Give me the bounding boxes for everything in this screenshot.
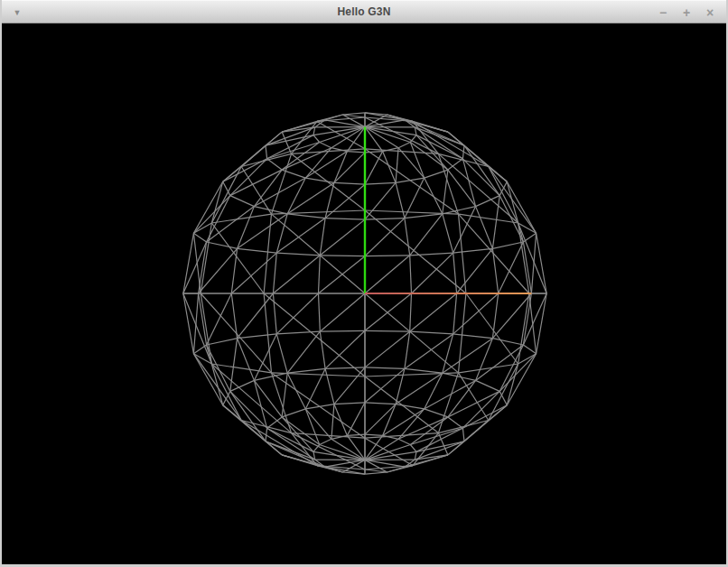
wireframe-edge [412, 253, 453, 293]
wireframe-edge [276, 253, 320, 256]
wireframe-edge [365, 127, 416, 135]
wireframe-edge [365, 367, 405, 369]
wireframe-edge [410, 293, 412, 331]
wireframe-edge [365, 434, 383, 435]
wireframe-edge [453, 248, 493, 253]
wireframe-edge [305, 152, 347, 179]
wireframe-edge [347, 434, 365, 435]
wireframe-edge [365, 368, 405, 402]
wireframe-edge [211, 181, 222, 223]
wireframe-edge [518, 293, 529, 364]
wireframe-edge [365, 403, 396, 404]
wireframe-edge [405, 214, 443, 218]
wireframe-edge [207, 293, 232, 345]
wireframe-edge [459, 214, 466, 293]
wireframe-edge [410, 256, 412, 293]
wireframe-edge [207, 242, 238, 248]
wireframe-edge [211, 223, 264, 293]
wireframe-edge [230, 196, 255, 207]
wireframe-edge [325, 367, 365, 369]
wireframe-edge [320, 331, 325, 368]
wireframe-edge [415, 451, 416, 460]
wireframe-edge [453, 293, 457, 334]
wireframe-edge [499, 345, 523, 391]
minimize-button[interactable]: − [656, 4, 670, 22]
wireframe-edge [313, 127, 315, 135]
wireframe-edge [320, 219, 365, 256]
wireframe-edge [499, 391, 507, 404]
wireframe-edge [365, 152, 383, 185]
wireframe-edge [319, 256, 321, 293]
3d-viewport[interactable] [2, 23, 726, 564]
wireframe-edge [443, 170, 448, 214]
wireframe-edge [282, 373, 287, 417]
wireframe-edge [365, 210, 459, 214]
wireframe-edge [223, 159, 267, 182]
wireframe-edge [272, 210, 366, 214]
wireframe-edge [405, 218, 410, 256]
wireframe-edge [193, 233, 206, 242]
wireframe-edge [405, 331, 410, 368]
wireframe-edge [266, 145, 267, 159]
wireframe-edge [254, 380, 282, 417]
wireframe-edge [287, 368, 325, 373]
wireframe-edge [405, 334, 453, 369]
wireframe-edge [365, 182, 396, 219]
wireframe-edge [276, 218, 325, 254]
wireframe-edge [320, 330, 365, 331]
wireframe-edge [223, 181, 230, 195]
wireframe-edge [347, 152, 365, 153]
wireframe-edge [305, 178, 334, 182]
wireframe-edge [383, 152, 397, 183]
wireframe-edge [448, 132, 507, 181]
wireframe-edge [443, 214, 453, 253]
wireframe-edge [365, 218, 405, 220]
wireframe-edge [183, 233, 194, 293]
wireframe-edge [499, 196, 523, 242]
wireframe-edge [319, 293, 321, 331]
wireframe-edge [254, 170, 282, 207]
close-button[interactable]: × [703, 4, 717, 22]
wireframe-edge [448, 170, 476, 207]
wireframe-edge [325, 184, 365, 218]
wireframe-edge [317, 466, 365, 475]
window-controls: − + × [656, 1, 717, 24]
app-window: ▼ Hello G3N − + × [0, 0, 728, 567]
wireframe-edge [398, 439, 410, 444]
wireframe-edge [405, 368, 443, 373]
wireframe-edge [273, 253, 276, 293]
wireframe-edge [231, 248, 237, 293]
wireframe-edge [320, 256, 365, 256]
wireframe-edge [183, 293, 194, 354]
wireframe-edge [193, 233, 201, 293]
wireframe-edge [448, 417, 463, 428]
wireframe-edge [365, 182, 396, 184]
wireframe-edge [492, 339, 523, 345]
wireframe-edge [201, 223, 211, 293]
wireframe-edge [410, 331, 453, 334]
wireframe-edge [276, 293, 318, 334]
wireframe-edge [425, 178, 443, 214]
wireframe-edge [347, 435, 365, 460]
wireframe-edge [489, 364, 518, 421]
wireframe-edge [320, 218, 325, 256]
wireframe-edge [325, 330, 365, 368]
wireframe-edge [207, 339, 238, 345]
wireframe-edge [410, 214, 443, 256]
wireframe-edge [489, 167, 518, 224]
wireframe-edge [365, 472, 387, 474]
maximize-button[interactable]: + [679, 4, 694, 22]
wireframe-edge [193, 293, 198, 354]
wireframe-edge [383, 409, 425, 436]
wireframe-edge [287, 214, 325, 218]
wireframe-edge [320, 293, 365, 331]
viewport-canvas[interactable] [2, 23, 726, 564]
wireframe-edge [325, 218, 365, 220]
wireframe-edge [462, 428, 464, 442]
wireframe-edge [183, 242, 207, 293]
wireframe-edge [320, 439, 331, 444]
wireframe-edge [254, 373, 287, 380]
wireframe-edge [334, 404, 348, 436]
wireframe-edge [396, 404, 425, 409]
wireframe-edge [476, 380, 500, 391]
